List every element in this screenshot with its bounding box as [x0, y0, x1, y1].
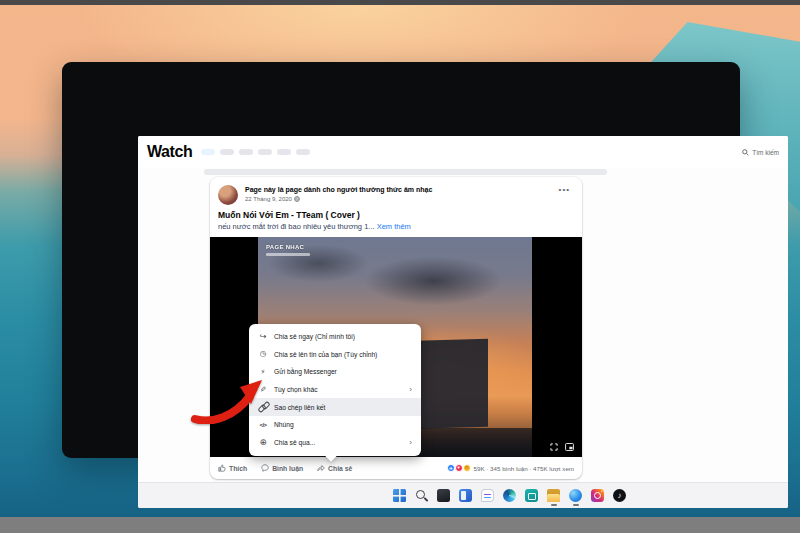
- post-body: nếu nước mắt trời đi bao nhiêu yêu thươn…: [218, 222, 411, 231]
- screen: Watch Tìm kiếm Page này là page dành cho…: [138, 136, 788, 508]
- taskbar-tiktok-icon[interactable]: [613, 489, 626, 502]
- taskbar-windows-start-icon[interactable]: [393, 489, 406, 502]
- taskbar-instagram-icon[interactable]: [591, 489, 604, 502]
- bottom-border-strip: [0, 517, 800, 533]
- watch-header: Watch Tìm kiếm: [138, 136, 788, 168]
- messenger-icon: [258, 367, 268, 377]
- search-placeholder: Tìm kiếm: [752, 149, 779, 156]
- taskbar-widgets-icon[interactable]: [459, 489, 472, 502]
- globe-icon: [294, 196, 300, 202]
- post-body-text: nếu nước mắt trời đi bao nhiêu yêu thươn…: [218, 222, 375, 231]
- menu-item[interactable]: Gửi bằng Messenger: [249, 363, 421, 381]
- stats-text: 59K · 345 bình luận · 475K lượt xem: [474, 465, 574, 472]
- page-avatar[interactable]: [218, 185, 238, 205]
- copy-link-icon: [258, 402, 268, 412]
- post-date-text: 22 Tháng 9, 2020: [245, 196, 292, 202]
- chevron-right-icon: ›: [409, 438, 412, 447]
- menu-item[interactable]: Sao chép liên kết: [249, 398, 421, 416]
- chevron-right-icon: ›: [409, 385, 412, 394]
- taskbar-file-explorer-icon[interactable]: [547, 489, 560, 502]
- monitor-bezel: Watch Tìm kiếm Page này là page dành cho…: [62, 62, 740, 458]
- like-label: Thích: [229, 465, 247, 472]
- video-controls: [550, 443, 574, 451]
- share-via-icon: [258, 437, 268, 447]
- comment-button[interactable]: Bình luận: [261, 464, 303, 472]
- share-story-icon: [258, 349, 268, 359]
- taskbar-chat-icon[interactable]: [481, 489, 494, 502]
- watch-tab[interactable]: [201, 149, 215, 155]
- watch-tab[interactable]: [220, 149, 234, 155]
- taskbar-dark-app-icon[interactable]: [437, 489, 450, 502]
- taskbar-edge-icon[interactable]: [503, 489, 516, 502]
- taskbar-store-icon[interactable]: [525, 489, 538, 502]
- watch-tab[interactable]: [277, 149, 291, 155]
- haha-reaction-icon: ☺: [463, 464, 471, 472]
- post-title: Muốn Nói Với Em - TTeam ( Cover ): [218, 210, 360, 220]
- watch-tab[interactable]: [296, 149, 310, 155]
- taskbar-search-icon[interactable]: [415, 489, 428, 502]
- scrolled-element-remnant: [204, 169, 607, 175]
- see-more-link[interactable]: Xem thêm: [377, 222, 411, 231]
- comment-icon: [261, 464, 269, 472]
- watch-tab[interactable]: [239, 149, 253, 155]
- menu-item[interactable]: Tùy chọn khác ›: [249, 381, 421, 399]
- open-app-indicator: [551, 504, 557, 506]
- search-box[interactable]: Tìm kiếm: [742, 149, 779, 156]
- post-more-button[interactable]: •••: [559, 185, 570, 194]
- share-button[interactable]: Chia sẻ: [317, 464, 352, 472]
- share-label: Chia sẻ: [328, 465, 352, 472]
- watch-tabs: [201, 149, 310, 155]
- menu-item[interactable]: Chia sẻ lên tin của bạn (Tùy chỉnh): [249, 346, 421, 364]
- like-icon: [218, 464, 226, 472]
- like-reaction-icon: [447, 464, 455, 472]
- watch-content: Page này là page dành cho người thưởng t…: [138, 168, 788, 482]
- page-name[interactable]: Page này là page dành cho người thưởng t…: [245, 186, 432, 193]
- share-now-icon: [258, 332, 268, 342]
- top-border-strip: [0, 0, 800, 5]
- like-button[interactable]: Thích: [218, 464, 247, 472]
- open-app-indicator: [573, 504, 579, 506]
- post-date: 22 Tháng 9, 2020: [245, 196, 300, 202]
- search-icon: [742, 149, 749, 156]
- pip-icon[interactable]: [565, 443, 574, 451]
- love-reaction-icon: ♥: [455, 464, 463, 472]
- video-watermark: PAGE NHẠC: [266, 244, 304, 250]
- more-options-icon: [258, 385, 268, 395]
- menu-item[interactable]: Nhúng: [249, 416, 421, 434]
- embed-icon: [258, 420, 268, 430]
- post-header: Page này là page dành cho người thưởng t…: [218, 185, 574, 209]
- share-menu: Chia sẻ ngay (Chỉ mình tôi) Chia sẻ lên …: [249, 324, 421, 456]
- taskbar: [138, 482, 788, 508]
- fullscreen-icon[interactable]: [550, 443, 558, 451]
- taskbar-creative-app-icon[interactable]: [569, 489, 582, 502]
- comment-label: Bình luận: [272, 465, 303, 472]
- video-watermark-subline: [266, 253, 310, 256]
- post-action-bar: Thích Bình luận Chia sẻ ♥ ☺ 59K · 3: [210, 457, 582, 479]
- post-stats[interactable]: ♥ ☺ 59K · 345 bình luận · 475K lượt xem: [447, 464, 574, 472]
- watch-tab[interactable]: [258, 149, 272, 155]
- share-icon: [317, 464, 325, 472]
- menu-item[interactable]: Chia sẻ ngay (Chỉ mình tôi): [249, 328, 421, 346]
- watch-title: Watch: [147, 143, 192, 161]
- menu-item[interactable]: Chia sẻ qua... ›: [249, 434, 421, 452]
